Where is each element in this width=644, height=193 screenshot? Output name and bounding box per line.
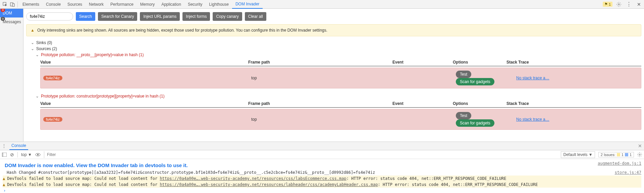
dom-invader-enabled-msg: DOM Invader is now enabled. View the DOM…: [3, 161, 594, 169]
tab-dom-invader[interactable]: DOM Invader: [232, 0, 263, 9]
chevron-down-icon: ⌄: [36, 52, 39, 57]
table-row: fs4e74iz top TestScan for gadgets No sta…: [40, 68, 641, 88]
tree-source-proto[interactable]: ⌄ Prototype pollution: __proto__[propert…: [26, 52, 641, 58]
copy-canary-button[interactable]: Copy canary: [213, 12, 242, 21]
clear-console-icon[interactable]: ⊘: [10, 152, 14, 157]
console-drawer-header: ⋮ Console ✕: [0, 142, 644, 150]
console-row: Hash Changed #constructor[prototype][a3a…: [3, 169, 641, 176]
table-row: fs4e74iz top TestScan for gadgets No sta…: [40, 109, 641, 130]
svg-rect-2: [12, 4, 14, 6]
console-prompt[interactable]: ›: [3, 188, 641, 193]
warning-triangle-icon: ▲: [3, 176, 7, 181]
col-value: Value: [40, 101, 248, 106]
sidebar-toggle-icon[interactable]: [2, 153, 7, 157]
issues-label: 2 Issues:: [601, 153, 615, 157]
col-options: Options: [453, 101, 506, 106]
dom-invader-sidebar: 0 DOM 0 Messages: [0, 9, 23, 142]
warnings-badge[interactable]: ⚑ 1: [603, 2, 612, 7]
gear-icon[interactable]: [615, 1, 623, 8]
banner-text: Only interesting sinks are being shown. …: [37, 28, 327, 33]
warn-text: DevTools failed to load source map: Coul…: [7, 182, 160, 187]
info-banner: ▲ Only interesting sinks are being shown…: [26, 24, 641, 36]
canary-input[interactable]: [26, 12, 73, 21]
divider: [17, 152, 18, 157]
close-icon[interactable]: ✕: [635, 1, 643, 8]
tree-sinks[interactable]: ⌄ Sinks (0): [26, 40, 641, 46]
console-warning-row: ▲ DevTools failed to load source map: Co…: [3, 176, 641, 182]
warn-text: DevTools failed to load source map: Coul…: [7, 176, 160, 181]
scan-gadgets-button[interactable]: Scan for gadgets: [456, 78, 494, 85]
sidebar-tab-dom[interactable]: 0 DOM: [0, 9, 23, 17]
value-pill: fs4e74iz: [43, 76, 62, 80]
stack-trace-link[interactable]: No stack trace a…: [516, 117, 549, 122]
info-square-icon: [625, 153, 628, 156]
test-button[interactable]: Test: [456, 112, 471, 119]
tab-elements[interactable]: Elements: [19, 0, 43, 8]
search-button[interactable]: Search: [76, 12, 95, 21]
search-canary-button[interactable]: Search for Canary: [98, 12, 137, 21]
tree-source-constructor[interactable]: ⌄ Prototype pollution: constructor[proto…: [26, 93, 641, 99]
frame-path: top: [251, 76, 395, 80]
scan-gadgets-button[interactable]: Scan for gadgets: [456, 119, 494, 127]
sourcemap-link[interactable]: https://0a4a00e….web-security-academy.ne…: [160, 176, 346, 181]
gear-icon[interactable]: [637, 152, 642, 157]
warn-text-post: : HTTP error: status code 404, net::ERR_…: [378, 182, 538, 187]
drawer-tab-console[interactable]: Console: [9, 142, 28, 150]
dom-invader-content: Search Search for Canary Inject URL para…: [23, 9, 644, 142]
kebab-icon[interactable]: ⋮: [2, 144, 6, 148]
stack-trace-link[interactable]: No stack trace a…: [516, 76, 549, 80]
col-trace: Stack Trace: [506, 60, 641, 65]
console-warning-row: ▲ DevTools failed to load source map: Co…: [3, 182, 641, 188]
sourcemap-link[interactable]: https://0a4a00e….web-security-academy.ne…: [160, 182, 378, 187]
tab-lighthouse[interactable]: Lighthouse: [206, 0, 232, 8]
columns-header: Value Frame path Event Options Stack Tra…: [40, 99, 641, 108]
tab-performance[interactable]: Performance: [107, 0, 137, 8]
console-toolbar: ⊘ top ▼ Default levels ▼ 2 Issues: 1 1: [0, 150, 644, 159]
warning-triangle-icon: ▲: [31, 28, 35, 33]
warning-triangle-icon: ▲: [3, 182, 7, 187]
clear-all-button[interactable]: Clear all: [245, 12, 266, 21]
chevron-down-icon: ⌄: [36, 94, 39, 99]
tab-console[interactable]: Console: [43, 0, 64, 8]
col-value: Value: [40, 60, 248, 65]
source-link[interactable]: store.js:47: [611, 170, 641, 175]
svg-rect-5: [2, 153, 3, 157]
kebab-icon[interactable]: ⋮: [625, 1, 633, 8]
source-link[interactable]: augmented-dom.js:1: [594, 161, 641, 166]
tree-sources[interactable]: ⌄ Sources (2): [26, 46, 641, 52]
value-pill: fs4e74iz: [43, 117, 62, 122]
close-icon[interactable]: ✕: [638, 143, 642, 149]
issue-blue-count: 1: [630, 153, 632, 157]
hash-changed-msg: Hash Changed #constructor[prototype][a3a…: [3, 170, 611, 175]
inject-url-button[interactable]: Inject URL params: [140, 12, 180, 21]
test-button[interactable]: Test: [456, 71, 471, 78]
tab-sources[interactable]: Sources: [64, 0, 86, 8]
tab-network[interactable]: Network: [86, 0, 107, 8]
live-expression-icon[interactable]: [35, 153, 41, 156]
chevron-down-icon: ⌄: [31, 46, 34, 51]
console-output: DOM Invader is now enabled. View the DOM…: [0, 159, 644, 193]
col-trace: Stack Trace: [506, 101, 641, 106]
tree-pp2-label: Prototype pollution: constructor[prototy…: [41, 94, 165, 99]
flag-icon: ⚑: [604, 2, 608, 6]
context-selector[interactable]: top ▼: [21, 152, 32, 157]
main-area: 0 DOM 0 Messages Search Search for Canar…: [0, 9, 644, 142]
columns-header: Value Frame path Event Options Stack Tra…: [40, 58, 641, 66]
col-event: Event: [392, 101, 453, 106]
frame-path: top: [251, 117, 395, 122]
inspect-icon[interactable]: [1, 1, 9, 8]
svg-point-7: [37, 154, 39, 155]
log-levels-selector[interactable]: Default levels ▼: [561, 151, 595, 158]
console-filter-input[interactable]: [44, 151, 558, 158]
issue-yellow-count: 1: [622, 153, 624, 157]
tree-sources-label: Sources (2): [36, 46, 57, 51]
tab-security[interactable]: Security: [184, 0, 206, 8]
device-toggle-icon[interactable]: [9, 1, 16, 8]
warning-square-icon: [617, 153, 620, 156]
inject-forms-button[interactable]: Inject forms: [182, 12, 210, 21]
tab-application[interactable]: Application: [158, 0, 184, 8]
col-frame: Frame path: [248, 101, 392, 106]
sidebar-tab-messages[interactable]: 0 Messages: [0, 17, 23, 26]
tab-memory[interactable]: Memory: [137, 0, 158, 8]
issues-counter[interactable]: 2 Issues: 1 1: [598, 152, 634, 157]
